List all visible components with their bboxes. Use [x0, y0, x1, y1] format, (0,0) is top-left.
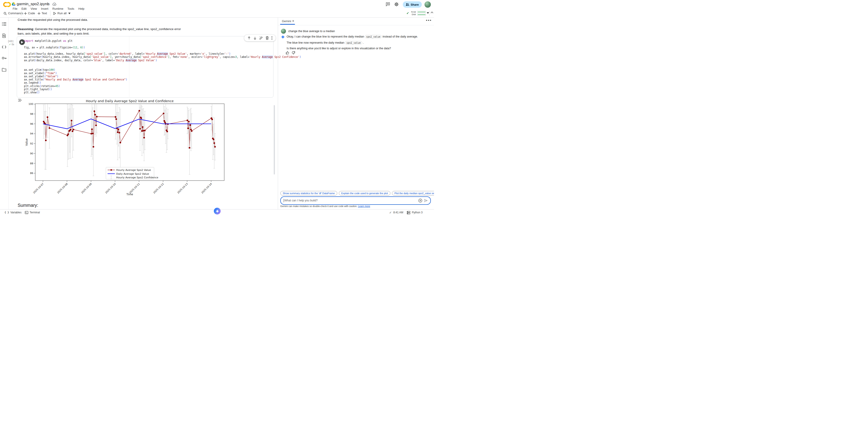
response-text: Okay, I can change the blue line to repr…: [287, 35, 365, 38]
code-line[interactable]: ax.legend(): [24, 81, 301, 84]
delete-cell-icon[interactable]: [266, 36, 269, 40]
share-button[interactable]: Share: [403, 1, 422, 8]
svg-text:86: 86: [30, 172, 33, 175]
response-text: .: [362, 41, 364, 44]
code-editor[interactable]: import matplotlib.pyplot as plt fig, ax …: [24, 39, 301, 94]
add-text-button[interactable]: Text: [41, 11, 47, 15]
code-line[interactable]: plt.show(): [24, 91, 301, 94]
code-line[interactable]: ax.plot(hourly_data.index, hourly_data['…: [24, 52, 301, 55]
panel-more-options-icon[interactable]: ●●●: [426, 19, 432, 22]
cell-success-check-icon: ✓: [9, 43, 11, 45]
commands-button[interactable]: Commands: [8, 11, 23, 15]
user-avatar[interactable]: [425, 1, 431, 8]
notebook-scrollbar[interactable]: [274, 105, 275, 175]
drive-icon: [12, 2, 16, 6]
code-line[interactable]: plt.tight_layout(): [24, 88, 301, 91]
move-cell-up-icon[interactable]: [248, 36, 251, 40]
gemini-floating-button[interactable]: [214, 208, 221, 214]
saved-check-icon: ✓: [389, 211, 392, 214]
files-folder-icon[interactable]: [2, 68, 6, 72]
code-line[interactable]: [24, 62, 301, 65]
code-line[interactable]: [24, 42, 301, 45]
cell-more-options-icon[interactable]: [272, 36, 272, 40]
close-gemini-tab-icon[interactable]: ✕: [292, 20, 294, 23]
variables-braces-icon: { }: [4, 211, 9, 214]
code-snippets-icon[interactable]: [2, 45, 6, 49]
code-line[interactable]: ax.errorbar(hourly_data.index, hourly_da…: [24, 55, 301, 59]
svg-text:Hourly Average Spo2 Confidence: Hourly Average Spo2 Confidence: [116, 176, 158, 179]
disclaimer-text: Gemini can make mistakes so double-check…: [280, 205, 358, 208]
learn-more-link[interactable]: Learn more: [358, 205, 370, 208]
ram-meter[interactable]: [417, 11, 426, 13]
suggestion-chips: Show summary statistics for the 'df' Dat…: [280, 191, 434, 195]
kernel-selector[interactable]: Python 3: [412, 211, 423, 214]
thumbs-down-icon[interactable]: [292, 51, 295, 55]
code-line[interactable]: ax.plot(daily_data.index, daily_data, co…: [24, 59, 301, 62]
panel-divider[interactable]: [278, 18, 278, 209]
code-line[interactable]: ax.set_xlabel("Time"): [24, 72, 301, 75]
add-context-icon[interactable]: [418, 199, 422, 203]
notebook-toolbar: Commands Code Text Run all ✓ RAM Disk: [0, 9, 434, 18]
suggestion-chip[interactable]: Explain the code used to generate the pl…: [339, 191, 391, 195]
svg-text:Time: Time: [126, 193, 133, 196]
text-caret: [284, 199, 284, 202]
svg-text:Hourly and Daily Average Spo2: Hourly and Daily Average Spo2 Value and …: [86, 99, 174, 103]
response-text: The blue line now represents the daily m…: [287, 41, 345, 44]
share-button-label: Share: [410, 3, 418, 6]
code-line[interactable]: ax.set_title("Hourly and Daily Average S…: [24, 78, 301, 81]
svg-text:90: 90: [30, 152, 33, 155]
settings-gear-icon[interactable]: [394, 2, 399, 6]
suggestion-chip[interactable]: Plot the daily median spo2_value separat…: [392, 191, 434, 195]
thumbs-up-icon[interactable]: [286, 51, 289, 55]
code-line[interactable]: plt.xticks(rotation=45): [24, 85, 301, 88]
plus-icon: [24, 12, 27, 15]
kernel-icon: [407, 211, 410, 214]
edit-with-ai-icon[interactable]: [259, 36, 263, 40]
execution-seconds: 0s: [11, 43, 14, 45]
secrets-key-icon[interactable]: [2, 57, 6, 60]
code-line[interactable]: fig, ax = plt.subplots(figsize=(12, 6)): [24, 46, 301, 49]
table-of-contents-icon[interactable]: [2, 22, 6, 26]
svg-text:98: 98: [30, 113, 33, 116]
panel-header-divider: [278, 25, 434, 25]
svg-text:88: 88: [30, 162, 33, 165]
collapse-toolbar-icon[interactable]: [431, 11, 433, 13]
search-icon: [4, 12, 7, 15]
tab-gemini[interactable]: Gemini: [282, 20, 291, 23]
gemini-disclaimer: Gemini can make mistakes so double-check…: [280, 205, 370, 208]
output-options-icon[interactable]: [18, 99, 22, 102]
gemini-input[interactable]: What can I help you build?: [280, 196, 431, 205]
svg-text:Daily Average Spo2 Value: Daily Average Spo2 Value: [116, 173, 149, 175]
variables-button[interactable]: Variables: [10, 211, 22, 214]
resources-dropdown-icon[interactable]: [427, 12, 429, 14]
inline-code-chip[interactable]: spo2_value: [365, 35, 382, 38]
code-line[interactable]: [24, 49, 301, 52]
code-line[interactable]: [24, 65, 301, 68]
svg-text:100: 100: [29, 102, 33, 105]
move-cell-down-icon[interactable]: [253, 36, 256, 40]
disk-meter[interactable]: [417, 13, 426, 16]
code-line[interactable]: ax.set_ylabel("Value"): [24, 75, 301, 78]
star-icon[interactable]: ☆: [47, 2, 50, 6]
svg-text:92: 92: [30, 142, 33, 145]
last-saved-time: 8:41 AM: [393, 211, 403, 214]
find-replace-icon[interactable]: [2, 33, 6, 38]
send-icon[interactable]: [424, 199, 428, 202]
cloud-save-icon[interactable]: [53, 2, 57, 6]
share-people-icon: [406, 3, 409, 6]
suggestion-chip[interactable]: Show summary statistics for the 'df' Dat…: [280, 191, 337, 195]
add-code-button[interactable]: Code: [28, 11, 35, 15]
gemini-spark-icon: [281, 35, 285, 39]
cell-toolbar: [244, 35, 276, 41]
inline-code-chip[interactable]: spo2_value: [345, 41, 362, 44]
run-all-dropdown-icon[interactable]: [68, 13, 70, 14]
gemini-response-paragraph: Is there anything else you'd like to adj…: [287, 47, 433, 51]
run-all-button[interactable]: Run all: [57, 11, 66, 15]
reasoning-label: Reasoning: [18, 27, 33, 31]
colab-logo-icon[interactable]: [3, 1, 11, 8]
execution-count: [43]: [8, 40, 14, 43]
terminal-button[interactable]: Terminal: [30, 211, 40, 214]
comment-icon[interactable]: [385, 2, 390, 6]
code-line[interactable]: ax.set_ylim(top=100): [24, 68, 301, 71]
notebook-title[interactable]: garmin_spo2.ipynb: [17, 2, 49, 6]
